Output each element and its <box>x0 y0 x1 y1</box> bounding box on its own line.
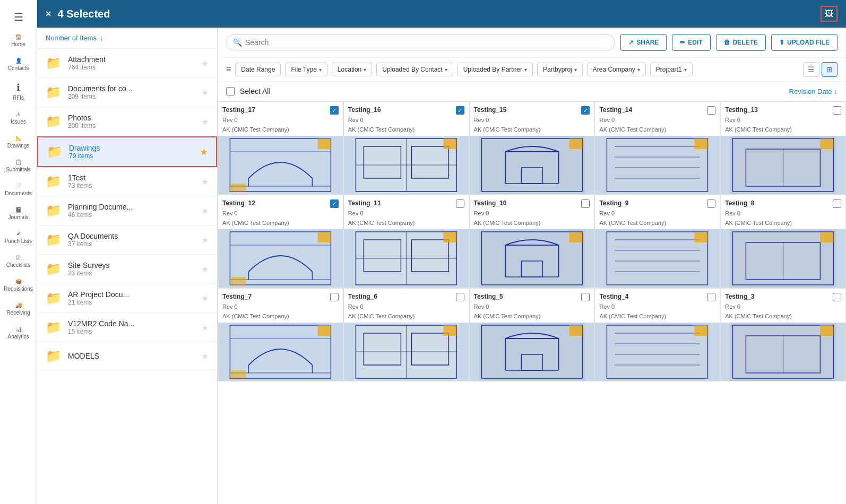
photo-card[interactable]: Testing_17 ✓ Rev 0 AK (CMiC Test Company… <box>218 101 343 195</box>
star-icon[interactable]: ★ <box>201 264 209 274</box>
folder-item[interactable]: 📁 Attachment 764 items ★ <box>37 49 217 78</box>
edit-button[interactable]: ✏ EDIT <box>672 34 710 51</box>
folder-item[interactable]: 📁 Documents for co... 209 items ★ <box>37 78 217 107</box>
grid-view-button[interactable]: ⊞ <box>822 62 838 77</box>
photo-card[interactable]: Testing_4 Rev 0 AK (CMiC Test Company) <box>594 288 720 381</box>
photo-card[interactable]: Testing_15 ✓ Rev 0 AK (CMiC Test Company… <box>469 101 595 195</box>
star-icon[interactable]: ★ <box>201 58 209 68</box>
svg-rect-31 <box>821 138 834 149</box>
filter-location[interactable]: Location ▾ <box>332 63 372 76</box>
folder-sort-header[interactable]: Number of Items ↓ <box>37 28 217 49</box>
sidebar-item-checklists[interactable]: ☑ Checklists <box>0 249 37 273</box>
sidebar-item-requisitions[interactable]: 📦 Requisitions <box>0 273 37 297</box>
sort-arrow-icon: ↓ <box>834 88 838 95</box>
sidebar-item-receiving[interactable]: 🚚 Receiving <box>0 297 37 321</box>
photo-thumbnail <box>218 323 343 381</box>
folder-item[interactable]: 📁 AR Project Docu... 21 items ★ <box>37 284 217 313</box>
filter-partbyproj[interactable]: Partbyproj ▾ <box>537 63 583 76</box>
photo-checkbox[interactable]: ✓ <box>330 199 339 208</box>
select-all-checkbox[interactable] <box>226 87 235 95</box>
photo-card[interactable]: Testing_8 Rev 0 AK (CMiC Test Company) <box>720 195 846 288</box>
filter-icon[interactable]: ≡ <box>226 65 231 74</box>
sidebar-item-documents[interactable]: 📄 Documents <box>0 178 37 202</box>
star-icon[interactable]: ★ <box>201 351 209 361</box>
photo-rev: Rev 0 <box>470 117 594 126</box>
photo-company: AK (CMiC Test Company) <box>218 126 343 136</box>
svg-rect-51 <box>569 232 582 242</box>
photo-checkbox[interactable] <box>707 293 715 301</box>
sidebar-item-submittals[interactable]: 📋 Submittals <box>0 154 37 178</box>
star-icon[interactable]: ★ <box>201 235 209 245</box>
folder-item[interactable]: 📁 QA Documents 37 items ★ <box>37 225 217 255</box>
folder-item[interactable]: 📁 Photos 200 items ★ <box>37 107 217 136</box>
star-icon[interactable]: ★ <box>201 323 209 333</box>
sidebar-item-punch-lists[interactable]: ✔ Punch Lists <box>0 225 37 249</box>
folder-item[interactable]: 📁 V12MR2 Code Na... 15 items ★ <box>37 313 217 342</box>
svg-rect-39 <box>230 277 246 285</box>
photo-checkbox[interactable] <box>581 293 590 301</box>
filter-uploaded-by-contact[interactable]: Uploaded By Contact ▾ <box>376 63 453 76</box>
photo-card[interactable]: Testing_7 Rev 0 AK (CMiC Test Company) <box>218 288 343 381</box>
photo-checkbox[interactable] <box>456 199 464 208</box>
sidebar-item-issues[interactable]: ⚠ Issues <box>0 106 37 130</box>
photo-checkbox[interactable] <box>456 293 464 301</box>
filter-uploaded-by-partner[interactable]: Uploaded By Partner ▾ <box>457 63 533 76</box>
sidebar-item-home[interactable]: 🏠 Home <box>0 29 37 53</box>
list-view-button[interactable]: ☰ <box>803 62 819 77</box>
sidebar-item-contacts[interactable]: 👤 Contacts <box>0 53 37 76</box>
checklists-icon: ☑ <box>16 255 21 260</box>
folder-item[interactable]: 📁 Site Surveys 23 items ★ <box>37 255 217 284</box>
filter-file-type[interactable]: File Type ▾ <box>285 63 327 76</box>
filter-projpart1[interactable]: Projpart1 ▾ <box>650 63 693 76</box>
share-button[interactable]: ↗ SHARE <box>620 34 667 51</box>
photo-card[interactable]: Testing_3 Rev 0 AK (CMiC Test Company) <box>720 288 846 381</box>
filter-date-range[interactable]: Date Range <box>235 63 281 76</box>
star-icon[interactable]: ★ <box>201 88 209 98</box>
folder-item[interactable]: 📁 1Test 73 items ★ <box>37 167 217 196</box>
sidebar-item-rfis[interactable]: ℹ RFIs <box>0 76 37 106</box>
photo-checkbox[interactable] <box>833 106 841 115</box>
photo-card[interactable]: Testing_16 ✓ Rev 0 AK (CMiC Test Company… <box>343 101 469 195</box>
star-icon[interactable]: ★ <box>201 177 209 187</box>
close-button[interactable]: × <box>46 8 51 20</box>
photo-card[interactable]: Testing_10 Rev 0 AK (CMiC Test Company) <box>469 195 595 288</box>
photo-checkbox[interactable]: ✓ <box>456 106 464 115</box>
photo-checkbox[interactable] <box>833 293 841 301</box>
photo-title: Testing_7 <box>222 293 252 300</box>
photo-card[interactable]: Testing_12 ✓ Rev 0 AK (CMiC Test Company… <box>218 195 343 288</box>
photo-checkbox[interactable]: ✓ <box>330 106 339 115</box>
photo-company: AK (CMiC Test Company) <box>595 313 720 323</box>
star-icon[interactable]: ★ <box>201 293 209 303</box>
photo-card[interactable]: Testing_6 Rev 0 AK (CMiC Test Company) <box>343 288 469 381</box>
header-image-button[interactable]: 🖼 <box>821 6 838 22</box>
sidebar-item-analytics[interactable]: 📊 Analytics <box>0 321 37 345</box>
photo-checkbox[interactable] <box>707 106 715 115</box>
photo-checkbox[interactable] <box>330 293 339 301</box>
photo-checkbox[interactable]: ✓ <box>581 106 590 115</box>
star-icon[interactable]: ★ <box>201 206 209 216</box>
photo-rev: Rev 0 <box>344 210 469 220</box>
search-input[interactable] <box>245 38 608 47</box>
folder-item[interactable]: 📁 Planning Docume... 46 items ★ <box>37 196 217 225</box>
photo-checkbox[interactable] <box>707 199 715 208</box>
folder-item[interactable]: 📁 Drawings 79 items ★ <box>37 136 217 167</box>
home-icon: 🏠 <box>15 34 22 40</box>
photo-card[interactable]: Testing_5 Rev 0 AK (CMiC Test Company) <box>469 288 595 381</box>
sidebar-item-drawings[interactable]: 📐 Drawings <box>0 130 37 154</box>
star-icon[interactable]: ★ <box>200 147 208 157</box>
star-icon[interactable]: ★ <box>201 117 209 127</box>
photo-card[interactable]: Testing_9 Rev 0 AK (CMiC Test Company) <box>594 195 720 288</box>
photo-card[interactable]: Testing_14 Rev 0 AK (CMiC Test Company) <box>594 101 720 195</box>
photo-card[interactable]: Testing_13 Rev 0 AK (CMiC Test Company) <box>720 101 846 195</box>
photo-checkbox[interactable] <box>581 199 590 208</box>
upload-button[interactable]: ⬆ UPLOAD FILE <box>771 34 838 51</box>
delete-button[interactable]: 🗑 DELETE <box>716 34 766 51</box>
photo-card[interactable]: Testing_11 Rev 0 AK (CMiC Test Company) <box>343 195 469 288</box>
sidebar-item-journals[interactable]: 📓 Journals <box>0 202 37 225</box>
revision-date-sort[interactable]: Revision Date ↓ <box>789 88 838 95</box>
hamburger-menu[interactable]: ☰ <box>0 5 37 29</box>
filter-area-company[interactable]: Area Company ▾ <box>587 63 646 76</box>
folder-item[interactable]: 📁 MODELS ★ <box>37 342 217 370</box>
photo-checkbox[interactable] <box>833 199 841 208</box>
select-all-label[interactable]: Select All <box>240 87 271 95</box>
